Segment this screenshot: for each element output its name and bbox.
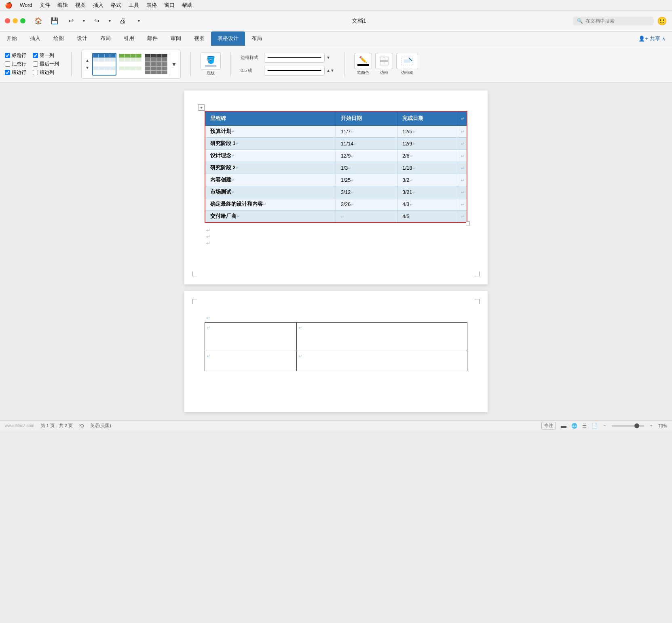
tab-home[interactable]: 开始 bbox=[0, 32, 23, 46]
tab-table-design[interactable]: 表格设计 bbox=[211, 32, 245, 46]
page2-cell-2[interactable]: ↵ bbox=[297, 323, 467, 351]
gallery-prev-button[interactable]: ▲ bbox=[84, 57, 91, 64]
minimize-button[interactable] bbox=[13, 18, 18, 23]
cell-milestone[interactable]: 研究阶段 2↵ bbox=[205, 162, 336, 174]
user-icon[interactable]: 🙂 bbox=[657, 16, 667, 26]
tab-view[interactable]: 视图 bbox=[188, 32, 211, 46]
focus-label[interactable]: 专注 bbox=[541, 422, 556, 429]
cell-end[interactable]: 2/6↵ bbox=[397, 150, 459, 162]
statusbar: www.iMacZ.com 第 1 页，共 2 页 Ю 英语(美国) 专注 ▬ … bbox=[0, 420, 672, 431]
cell-start[interactable]: 11/14↵ bbox=[336, 138, 397, 150]
cell-milestone[interactable]: 研究阶段 1↵ bbox=[205, 138, 336, 150]
zoom-plus[interactable]: ＋ bbox=[649, 423, 653, 429]
undo-dropdown-button[interactable]: ▾ bbox=[80, 15, 87, 27]
customize-button[interactable]: ▾ bbox=[132, 15, 145, 27]
banded-rows-checkbox[interactable]: 镶边行 bbox=[5, 69, 26, 76]
tab-table-layout[interactable]: 布局 bbox=[245, 32, 268, 46]
pen-weight-preview[interactable] bbox=[264, 66, 325, 76]
menu-window[interactable]: 窗口 bbox=[164, 2, 175, 9]
page2-cell-3[interactable]: ↵ bbox=[205, 351, 297, 371]
cell-start[interactable]: 1/3↵ bbox=[336, 162, 397, 174]
cell-end[interactable]: 1/18↵ bbox=[397, 162, 459, 174]
cell-milestone[interactable]: 市场测试↵ bbox=[205, 186, 336, 198]
table-resize-handle[interactable] bbox=[466, 221, 470, 225]
menu-help[interactable]: 帮助 bbox=[182, 2, 192, 9]
redo-dropdown-button[interactable]: ▾ bbox=[106, 15, 113, 27]
home-button[interactable]: 🏠 bbox=[32, 15, 45, 27]
tab-layout[interactable]: 布局 bbox=[94, 32, 117, 46]
gallery-next-button[interactable]: ▼ bbox=[84, 65, 91, 71]
ribbon-collapse-icon[interactable]: ∧ bbox=[662, 36, 666, 42]
cell-start[interactable]: 11/7↵ bbox=[336, 126, 397, 138]
border-line-preview[interactable] bbox=[264, 53, 325, 63]
print-layout-icon[interactable]: ▬ bbox=[561, 423, 566, 429]
menu-edit[interactable]: 编辑 bbox=[57, 2, 68, 9]
print-button[interactable]: 🖨 bbox=[116, 15, 129, 27]
menu-format[interactable]: 格式 bbox=[111, 2, 121, 9]
menu-file[interactable]: 文件 bbox=[40, 2, 50, 9]
search-input[interactable] bbox=[585, 18, 646, 24]
pen-color-button[interactable]: ✏️ bbox=[354, 53, 372, 69]
cell-end[interactable]: 3/2↵ bbox=[397, 174, 459, 186]
tab-draw[interactable]: 绘图 bbox=[47, 32, 70, 46]
tab-insert[interactable]: 插入 bbox=[23, 32, 47, 46]
read-view-icon[interactable]: 📄 bbox=[592, 423, 598, 429]
border-button[interactable] bbox=[375, 53, 393, 69]
cell-start[interactable]: 3/12↵ bbox=[336, 186, 397, 198]
border-brush-button[interactable] bbox=[396, 53, 418, 69]
page2-cell-4[interactable]: ↵ bbox=[297, 351, 467, 371]
close-button[interactable] bbox=[5, 18, 10, 23]
zoom-minus[interactable]: － bbox=[602, 423, 607, 429]
cell-start[interactable]: 1/25↵ bbox=[336, 174, 397, 186]
tab-design[interactable]: 设计 bbox=[70, 32, 94, 46]
apple-menu[interactable]: 🍎 bbox=[5, 2, 13, 9]
zoom-percent[interactable]: 70% bbox=[658, 423, 667, 428]
share-button[interactable]: 👤+ 共享 ∧ bbox=[632, 32, 672, 46]
menu-table[interactable]: 表格 bbox=[146, 2, 157, 9]
tab-review[interactable]: 审阅 bbox=[164, 32, 188, 46]
cell-end[interactable]: 12/5↵ bbox=[397, 126, 459, 138]
style-2-preview[interactable] bbox=[118, 53, 142, 76]
menu-view[interactable]: 视图 bbox=[75, 2, 86, 9]
cell-milestone[interactable]: 内容创建↵ bbox=[205, 174, 336, 186]
cell-milestone[interactable]: 预算计划↵ bbox=[205, 126, 336, 138]
style-1-preview[interactable] bbox=[92, 53, 116, 76]
first-col-checkbox[interactable]: 第一列 bbox=[33, 52, 54, 59]
redo-button[interactable]: ↪ bbox=[90, 15, 103, 27]
cell-start[interactable]: 3/26↵ bbox=[336, 198, 397, 210]
shading-button[interactable]: 🪣 bbox=[201, 53, 221, 69]
gallery-expand-button[interactable]: ▼ bbox=[170, 53, 178, 76]
total-row-checkbox[interactable]: 汇总行 bbox=[5, 61, 26, 67]
cell-end[interactable]: 4/3↵ bbox=[397, 198, 459, 210]
cell-milestone[interactable]: 交付给厂商↵ bbox=[205, 210, 336, 223]
last-col-checkbox[interactable]: 最后一列 bbox=[33, 61, 59, 67]
web-layout-icon[interactable]: 🌐 bbox=[571, 423, 577, 429]
search-box[interactable]: 🔍 bbox=[573, 17, 654, 25]
outline-view-icon[interactable]: ☰ bbox=[582, 423, 587, 429]
cell-end[interactable]: 4/5| bbox=[397, 210, 459, 223]
zoom-thumb[interactable] bbox=[634, 423, 639, 428]
table-move-handle[interactable]: + bbox=[198, 104, 205, 111]
tab-references[interactable]: 引用 bbox=[117, 32, 141, 46]
tab-mailings[interactable]: 邮件 bbox=[141, 32, 164, 46]
cell-end[interactable]: 12/9↵ bbox=[397, 138, 459, 150]
styles-gallery[interactable]: ▲ ▼ bbox=[81, 50, 181, 79]
pen-weight-dropdown[interactable]: ▲▼ bbox=[326, 68, 334, 73]
menu-tools[interactable]: 工具 bbox=[129, 2, 139, 9]
cell-start[interactable]: ↵ bbox=[336, 210, 397, 223]
menu-insert[interactable]: 插入 bbox=[93, 2, 104, 9]
cell-milestone[interactable]: 设计理念↵ bbox=[205, 150, 336, 162]
banded-cols-checkbox[interactable]: 镶边列 bbox=[33, 69, 54, 76]
border-style-dropdown[interactable]: ▼ bbox=[326, 55, 330, 60]
title-row-checkbox[interactable]: 标题行 bbox=[5, 52, 26, 59]
undo-button[interactable]: ↩ bbox=[64, 15, 77, 27]
menu-word[interactable]: Word bbox=[20, 2, 32, 8]
cell-start[interactable]: 12/9↵ bbox=[336, 150, 397, 162]
maximize-button[interactable] bbox=[20, 18, 25, 23]
zoom-track[interactable] bbox=[612, 425, 644, 427]
cell-milestone[interactable]: 确定最终的设计和内容↵ bbox=[205, 198, 336, 210]
save-button[interactable]: 💾 bbox=[48, 15, 61, 27]
page2-cell-1[interactable]: ↵ bbox=[205, 323, 297, 351]
style-3-preview[interactable] bbox=[144, 53, 168, 76]
cell-end[interactable]: 3/21↵ bbox=[397, 186, 459, 198]
